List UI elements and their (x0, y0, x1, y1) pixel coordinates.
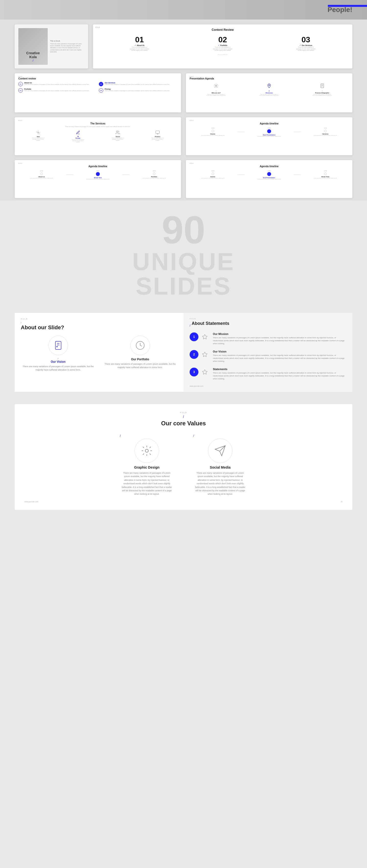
big-num: 90 (15, 210, 352, 249)
cr2-title: Content review (18, 77, 177, 80)
cv-slash: / (25, 415, 342, 419)
svg-line-25 (150, 454, 151, 455)
ts-desc-3: There are many variations of passages of… (110, 137, 125, 141)
row5: KULA / About our Slide? / Our Vision The… (0, 308, 367, 397)
at-tag: KULA (190, 120, 349, 121)
stmt-star-1 (200, 333, 209, 341)
cv-slash-1: / (120, 434, 174, 438)
cv-item-desc-1: There are many variations of passages of… (120, 471, 174, 496)
pa-desc-1: There are many variations of passages of… (206, 94, 226, 96)
people-text: People! (328, 6, 352, 14)
at3-timeline: 10:00 Events Lorem ipsum dolor sit amet … (190, 170, 349, 180)
ts-desc-2: There are many variations of passages of… (71, 139, 85, 143)
cr-desc-3: There are a few variations of passages o… (296, 46, 316, 51)
cr-numbers: 01 ✓ About Us There are a few variations… (98, 35, 347, 51)
cr2-text-3: Portfolio There are many variations of p… (24, 88, 89, 92)
slash-about: / (21, 322, 177, 323)
cv-icon-circle-2 (208, 438, 232, 463)
about-icon-label-1: Our Vision (21, 360, 95, 364)
ts-icon-1 (35, 129, 41, 135)
cr-check-1: ✓ About Us (130, 44, 149, 46)
cr2-text-1: About Us There are many variations of pa… (24, 82, 89, 85)
pa-desc-2: There are many variations of passages of… (259, 94, 279, 96)
row2: KULA Content review 01 About Us There ar… (0, 71, 367, 115)
cr-big-1: 01 (130, 35, 149, 44)
ts-icon-4 (154, 129, 161, 135)
cv-icons-row: / Graphic Design There are (25, 434, 342, 496)
svg-point-0 (216, 85, 217, 87)
ts-item-3: Social There are many variations of pass… (110, 129, 125, 143)
cr2-item-1: 01 About Us There are many variations of… (18, 82, 97, 86)
cr-check-3: ✓ Our Services (296, 44, 316, 46)
cv-kula-wrap: KULA / Our core Values (25, 411, 342, 427)
about-icon-desc-1: There are many variations of passages of… (21, 365, 95, 372)
pa-num-2: 2 (259, 90, 279, 92)
ts-dot-2 (78, 136, 79, 137)
ts-icons: Idea There are many variations of passag… (18, 129, 177, 143)
at-dot-2 (267, 129, 271, 133)
at-connector-1 (236, 132, 246, 132)
at-time-2: 10:00 (246, 127, 292, 129)
svg-point-7 (116, 131, 118, 132)
cv-page-num: 25 (341, 501, 342, 502)
pa-icon-2 (266, 82, 273, 89)
cv-item-label-1: Graphic Design (120, 465, 174, 469)
as-title: About Statements (192, 321, 229, 326)
cr-check-2: ✓ Portfolio (213, 44, 232, 46)
as-slash: / (190, 324, 190, 327)
cr2-num-3: 03 (18, 88, 23, 93)
agenda-tl-3-slide: KULA Agenda timeline 10:00 Events Lorem … (186, 160, 352, 198)
stmt-num-3: 3 (190, 368, 198, 376)
at-item-1: 09:00 Events Lorem ipsum dolor sit amet … (190, 127, 236, 136)
stmt-title-1: Our Mission (213, 333, 346, 335)
cv-slash-2: / (193, 434, 247, 438)
cv-footer: www.yoursite.com 25 (25, 501, 342, 502)
cv-item-1: / Graphic Design There are (120, 434, 174, 496)
ck-desc: There are many variations of passages of… (50, 43, 82, 53)
stmt-num-2: 2 (190, 350, 198, 359)
at2-timeline: 12:00 About us Lorem ipsum dolor sit ame… (18, 170, 177, 180)
stmt-text-3: Statements There are many variations of … (213, 368, 346, 380)
ck-slash: / (26, 59, 40, 62)
cr2-text-2: Our Services There are many variations o… (105, 82, 170, 85)
cv-title: Our core Values (25, 420, 342, 427)
pa-item-2: 2 Showcase There are many variations of … (259, 82, 279, 96)
stmt-item-2: 2 Our Vision There are many variations o… (190, 350, 346, 363)
cr-num-1: 01 ✓ About Us There are a few variations… (130, 35, 149, 51)
at3-title: Agenda timeline (190, 165, 349, 168)
stmt-text-1: Our Mission There are many variations of… (213, 333, 346, 345)
pa-item-1: 1 Who are we? There are many variations … (206, 82, 226, 96)
content-review-2-slide: KULA Content review 01 About Us There ar… (15, 73, 181, 113)
at3-item-1: 10:00 Events Lorem ipsum dolor sit amet … (190, 170, 236, 179)
ck-right: This is KULA There are many variations o… (48, 38, 84, 56)
at-desc-2: Lorem ipsum dolor sit amet consectetur a… (246, 136, 292, 137)
svg-marker-18 (202, 370, 207, 374)
about-icon-circle-1 (49, 336, 68, 355)
at3-tag: KULA (190, 162, 349, 164)
content-review-slide: KULA Content Review 01 ✓ About Us There … (93, 25, 352, 68)
core-values-card: KULA / Our core Values / (15, 404, 352, 510)
stmt-num-group-2: 2 (190, 350, 209, 359)
row3: KULA The Services There are many variati… (0, 115, 367, 158)
cr2-item-3: 03 Portfolio There are many variations o… (18, 88, 97, 93)
as-footer: www.yoursite.com (190, 385, 346, 387)
svg-line-24 (143, 447, 144, 448)
cr-num-2: 02 ✓ Portfolio There are a few variation… (213, 35, 232, 51)
cv-item-label-2: Social Media (193, 465, 247, 469)
stmt-text-2: Our Vision There are many variations of … (213, 350, 346, 363)
row4: KULA Agenda timeline 12:00 About us Lore… (0, 158, 367, 200)
at2-item-1: 12:00 About us Lorem ipsum dolor sit ame… (18, 170, 65, 179)
at3-item-3: 17:30 Break Time Lorem ipsum dolor sit a… (302, 170, 349, 179)
cr-tag: KULA (95, 26, 100, 28)
stmt-desc-1: There are many variations of passages of… (213, 336, 346, 345)
ck-image: Creative Kula / (18, 28, 48, 65)
cr2-item-4: 04 Pricing There are many variations of … (99, 88, 177, 93)
at-dot-3 (324, 130, 327, 132)
as-kula-left: KULA (21, 318, 177, 320)
ts-item-4: Product There are many variations of pas… (150, 129, 165, 143)
cr2-num-2: 02 (99, 82, 103, 86)
ts-desc-4: There are many variations of passages of… (150, 137, 165, 141)
at2-item-3: 14:00 Portfolio Lorem ipsum dolor sit am… (131, 170, 177, 179)
svg-point-14 (57, 346, 57, 347)
ck-title: Creative Kula (26, 51, 40, 59)
